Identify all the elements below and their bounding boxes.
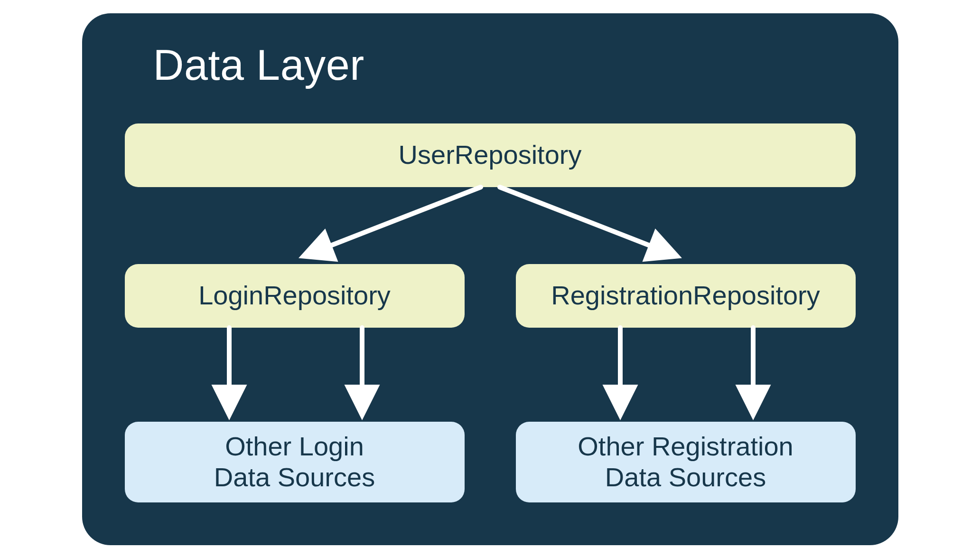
- edge-user-to-login: [305, 187, 481, 255]
- node-label: RegistrationRepository: [551, 280, 820, 311]
- data-layer-panel: Data Layer UserRepository LoginRepositor…: [82, 13, 898, 545]
- node-user-repository: UserRepository: [125, 123, 856, 187]
- node-label: Other RegistrationData Sources: [578, 431, 793, 492]
- node-label: UserRepository: [399, 140, 582, 170]
- node-registration-repository: RegistrationRepository: [516, 264, 856, 328]
- edge-user-to-registration: [500, 187, 675, 255]
- node-label: LoginRepository: [198, 280, 391, 311]
- node-login-data-sources: Other LoginData Sources: [125, 422, 465, 502]
- node-registration-data-sources: Other RegistrationData Sources: [516, 422, 856, 502]
- node-label: Other LoginData Sources: [214, 431, 375, 492]
- node-login-repository: LoginRepository: [125, 264, 465, 328]
- panel-title: Data Layer: [153, 41, 856, 90]
